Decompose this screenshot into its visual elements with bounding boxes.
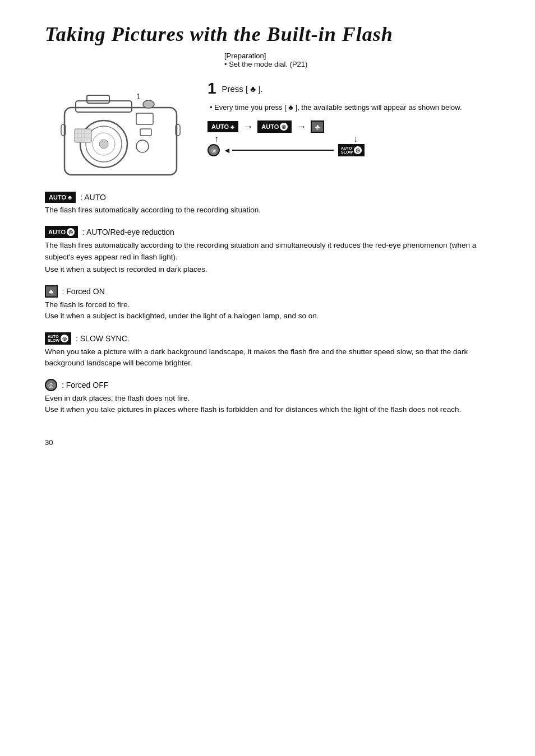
forced-on-title-text: : Forced ON (62, 287, 105, 296)
badge-auto-redeye-desc: AUTO◎ (45, 226, 78, 238)
auto-redeye-body2: Use it when a subject is recorded in dar… (45, 264, 501, 275)
auto-title-line: AUTO ♣ : AUTO (45, 192, 501, 203)
badge-forced-off-desc: ◎ (45, 379, 57, 391)
slow-sync-title-line: AUTOSLOW◎ : SLOW SYNC. (45, 332, 501, 345)
forced-off-title-text: : Forced OFF (62, 381, 108, 389)
page-number: 30 (45, 438, 501, 447)
long-arrow: ◄ (223, 146, 335, 155)
auto-title-text: : AUTO (80, 193, 106, 202)
section-auto-redeye: AUTO◎ : AUTO/Red-eye reduction The flash… (45, 226, 501, 275)
flash-mode-diagram: AUTO ♣ → AUTO◎ → ♣ ↑ ↓ ◎ ◄ (207, 120, 376, 156)
arrow-right-1: → (243, 121, 253, 133)
forced-on-title-line: ♣ : Forced ON (45, 285, 501, 298)
arrow-up-left: ↑ (214, 134, 219, 144)
section-slow-sync: AUTOSLOW◎ : SLOW SYNC. When you take a p… (45, 332, 501, 369)
section-forced-on: ♣ : Forced ON The flash is forced to fir… (45, 285, 501, 322)
page-title: Taking Pictures with the Built-in Flash (45, 22, 501, 46)
forced-on-body2: Use it when a subject is backlighted, un… (45, 310, 501, 322)
svg-rect-11 (75, 129, 91, 142)
arrow-down-right: ↓ (353, 134, 358, 144)
badge-forced-off-diag: ◎ (207, 144, 220, 156)
section-forced-off: ◎ : Forced OFF Even in dark places, the … (45, 379, 501, 416)
svg-point-6 (99, 140, 108, 149)
section-auto: AUTO ♣ : AUTO The flash fires automatica… (45, 192, 501, 216)
step-block: 1 Press [ ♣ ]. • Every time you press [ … (207, 74, 501, 180)
slow-sync-title-text: : SLOW SYNC. (76, 334, 130, 343)
prep-item: • Set the mode dial. (P21) (224, 60, 501, 68)
svg-rect-8 (140, 129, 151, 136)
badge-auto-redeye: AUTO◎ (257, 120, 292, 133)
step-press: Press [ ♣ ]. (222, 84, 262, 94)
svg-rect-2 (87, 95, 109, 103)
diag-bottom-row: ◎ ◄ AUTOSLOW◎ (207, 144, 365, 156)
badge-slow-sync-desc: AUTOSLOW◎ (45, 332, 71, 345)
forced-on-body1: The flash is forced to fire. (45, 299, 501, 310)
svg-rect-7 (136, 113, 153, 124)
forced-off-body1: Even in dark places, the flash does not … (45, 393, 501, 404)
slow-sync-body: When you take a picture with a dark back… (45, 346, 501, 369)
auto-redeye-body1: The flash fires automatically according … (45, 240, 501, 263)
step-sub: • Every time you press [ ♣ ], the availa… (210, 103, 501, 112)
descriptions: AUTO ♣ : AUTO The flash fires automatica… (45, 192, 501, 416)
preparation-block: [Preparation] • Set the mode dial. (P21) (224, 52, 501, 68)
badge-auto-flash: AUTO ♣ (207, 121, 238, 132)
svg-point-10 (143, 100, 154, 108)
main-content-area: 1 1 Press [ ♣ ]. • Every time you press … (45, 74, 501, 180)
prep-title: [Preparation] (224, 52, 501, 60)
auto-redeye-title-text: : AUTO/Red-eye reduction (82, 228, 174, 236)
camera-illustration: 1 (53, 80, 188, 180)
badge-forced-on-diag: ♣ (311, 120, 324, 133)
forced-off-body2: Use it when you take pictures in places … (45, 404, 501, 415)
svg-rect-9 (136, 140, 149, 152)
badge-slow-sync-diag: AUTOSLOW◎ (338, 144, 365, 156)
badge-auto-flash-desc: AUTO ♣ (45, 192, 76, 203)
forced-off-title-line: ◎ : Forced OFF (45, 379, 501, 391)
auto-body: The flash fires automatically according … (45, 205, 501, 216)
auto-redeye-title-line: AUTO◎ : AUTO/Red-eye reduction (45, 226, 501, 238)
step-number: 1 (207, 80, 216, 98)
arrow-right-2: → (296, 121, 306, 133)
camera-image: 1 (45, 74, 196, 180)
svg-text:1: 1 (136, 92, 141, 101)
badge-forced-on-desc: ♣ (45, 285, 58, 298)
